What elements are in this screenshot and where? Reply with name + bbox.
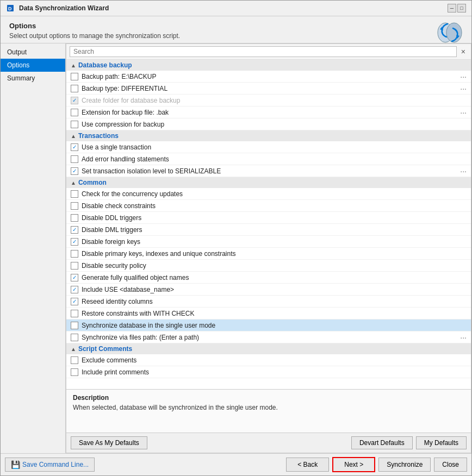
dots-backup-path[interactable]: ··· xyxy=(458,72,467,81)
option-exclude-comments[interactable]: Exclude comments xyxy=(66,354,471,366)
dots-extension[interactable]: ··· xyxy=(458,108,467,117)
close-button[interactable]: Close xyxy=(434,458,467,472)
checkbox-include-print[interactable] xyxy=(71,368,78,376)
search-bar: × xyxy=(66,44,471,60)
label-disable-fk: Disable foreign keys xyxy=(82,238,467,246)
option-disable-security[interactable]: Disable security policy xyxy=(66,260,471,272)
checkbox-qualified-names[interactable] xyxy=(71,274,78,281)
checkbox-concurrency[interactable] xyxy=(71,190,78,198)
checkbox-disable-security[interactable] xyxy=(71,262,78,270)
checkbox-isolation-level[interactable] xyxy=(71,167,78,175)
label-disable-ddl: Disable DDL triggers xyxy=(82,214,467,222)
svg-point-3 xyxy=(446,23,462,42)
option-restore-constraints[interactable]: Restore constraints with WITH CHECK xyxy=(66,308,471,320)
sidebar-item-summary[interactable]: Summary xyxy=(1,72,65,85)
sidebar-item-options[interactable]: Options xyxy=(1,59,65,72)
label-create-folder: Create folder for database backup xyxy=(82,97,467,104)
back-button[interactable]: < Back xyxy=(286,458,329,472)
option-include-print[interactable]: Include print comments xyxy=(66,366,471,378)
option-include-use[interactable]: Include USE <database_name> xyxy=(66,284,471,296)
checkbox-reseed[interactable] xyxy=(71,298,78,305)
label-include-use: Include USE <database_name> xyxy=(82,286,467,293)
checkbox-backup-path[interactable] xyxy=(71,73,78,80)
search-input[interactable] xyxy=(70,46,457,57)
checkbox-disable-dml[interactable] xyxy=(71,226,78,234)
maximize-button[interactable]: □ xyxy=(457,4,466,12)
dots-isolation-level[interactable]: ··· xyxy=(458,167,467,176)
section-script-comments: ▲ Script Comments xyxy=(66,343,471,354)
option-single-user[interactable]: Synchronize database in the single user … xyxy=(66,320,471,331)
section-arrow-tx: ▲ xyxy=(71,133,76,139)
checkbox-backup-type[interactable] xyxy=(71,85,78,92)
option-sync-files[interactable]: Synchronize via files path: (Enter a pat… xyxy=(66,331,471,343)
option-compression[interactable]: Use compression for backup xyxy=(66,118,471,130)
synchronize-button[interactable]: Synchronize xyxy=(378,458,431,472)
footer: 💾 Save Command Line... < Back Next > Syn… xyxy=(1,453,471,475)
save-command-line-button[interactable]: 💾 Save Command Line... xyxy=(5,458,95,472)
checkbox-single-transaction[interactable] xyxy=(71,143,78,151)
section-arrow-common: ▲ xyxy=(71,180,76,186)
option-create-folder[interactable]: Create folder for database backup xyxy=(66,95,471,107)
option-backup-type[interactable]: Backup type: DIFFERENTIAL ··· xyxy=(66,83,471,95)
option-isolation-level[interactable]: Set transaction isolation level to SERIA… xyxy=(66,165,471,177)
checkbox-disable-ddl[interactable] xyxy=(71,214,78,222)
checkbox-sync-files[interactable] xyxy=(71,334,78,341)
option-backup-path[interactable]: Backup path: E:\BACKUP ··· xyxy=(66,71,471,83)
main-window: D Data Synchronization Wizard ─ □ Option… xyxy=(0,0,472,476)
dots-sync-files[interactable]: ··· xyxy=(458,333,467,342)
label-single-user: Synchronize database in the single user … xyxy=(82,322,467,329)
label-disable-security: Disable security policy xyxy=(82,262,467,270)
label-extension: Extension for backup file: .bak xyxy=(82,109,458,116)
save-command-line-label: Save Command Line... xyxy=(22,461,89,468)
label-disable-dml: Disable DML triggers xyxy=(82,226,467,234)
option-disable-pk[interactable]: Disable primary keys, indexes and unique… xyxy=(66,248,471,260)
sidebar-item-output[interactable]: Output xyxy=(1,46,65,59)
option-error-handling[interactable]: Add error handling statements xyxy=(66,153,471,165)
save-defaults-button[interactable]: Save As My Defaults xyxy=(71,436,147,449)
my-defaults-button[interactable]: My Defaults xyxy=(416,436,467,449)
option-extension[interactable]: Extension for backup file: .bak ··· xyxy=(66,107,471,118)
option-disable-check[interactable]: Disable check constraints xyxy=(66,200,471,212)
checkbox-disable-fk[interactable] xyxy=(71,238,78,246)
label-compression: Use compression for backup xyxy=(82,121,467,128)
checkbox-disable-pk[interactable] xyxy=(71,250,78,258)
option-reseed[interactable]: Reseed identity columns xyxy=(66,296,471,308)
option-disable-ddl[interactable]: Disable DDL triggers xyxy=(66,212,471,224)
page-title: Options xyxy=(9,22,463,30)
label-concurrency: Check for the concurrency updates xyxy=(82,190,467,198)
section-common: ▲ Common xyxy=(66,177,471,188)
options-list: ▲ Database backup Backup path: E:\BACKUP… xyxy=(66,60,471,389)
section-transactions: ▲ Transactions xyxy=(66,130,471,141)
checkbox-error-handling[interactable] xyxy=(71,155,78,163)
option-qualified-names[interactable]: Generate fully qualified object names xyxy=(66,272,471,284)
checkbox-exclude-comments[interactable] xyxy=(71,356,78,364)
checkbox-include-use[interactable] xyxy=(71,286,78,293)
dots-backup-type[interactable]: ··· xyxy=(458,84,467,93)
label-backup-path: Backup path: E:\BACKUP xyxy=(82,73,458,80)
option-concurrency[interactable]: Check for the concurrency updates xyxy=(66,188,471,200)
label-include-print: Include print comments xyxy=(82,368,467,376)
label-isolation-level: Set transaction isolation level to SERIA… xyxy=(82,167,458,175)
option-single-transaction[interactable]: Use a single transaction xyxy=(66,141,471,153)
description-box: Description When selected, database will… xyxy=(66,389,471,433)
svg-text:D: D xyxy=(8,6,12,11)
checkbox-single-user[interactable] xyxy=(71,322,78,329)
devart-defaults-button[interactable]: Devart Defaults xyxy=(351,436,413,449)
section-arrow-sc: ▲ xyxy=(71,346,76,352)
label-disable-pk: Disable primary keys, indexes and unique… xyxy=(82,250,467,258)
footer-right: < Back Next > Synchronize Close xyxy=(286,457,467,472)
options-panel: × ▲ Database backup Backup path: E:\BACK… xyxy=(66,43,471,453)
next-button[interactable]: Next > xyxy=(332,457,375,472)
search-clear-button[interactable]: × xyxy=(459,47,468,56)
label-backup-type: Backup type: DIFFERENTIAL xyxy=(82,85,458,92)
option-disable-dml[interactable]: Disable DML triggers xyxy=(66,224,471,236)
checkbox-disable-check[interactable] xyxy=(71,202,78,210)
checkbox-extension[interactable] xyxy=(71,109,78,116)
minimize-button[interactable]: ─ xyxy=(448,4,456,12)
checkbox-restore-constraints[interactable] xyxy=(71,310,78,317)
checkbox-compression[interactable] xyxy=(71,121,78,128)
checkbox-create-folder[interactable] xyxy=(71,97,78,104)
option-disable-fk[interactable]: Disable foreign keys xyxy=(66,236,471,248)
save-icon: 💾 xyxy=(11,460,20,469)
description-label: Description xyxy=(73,394,464,402)
